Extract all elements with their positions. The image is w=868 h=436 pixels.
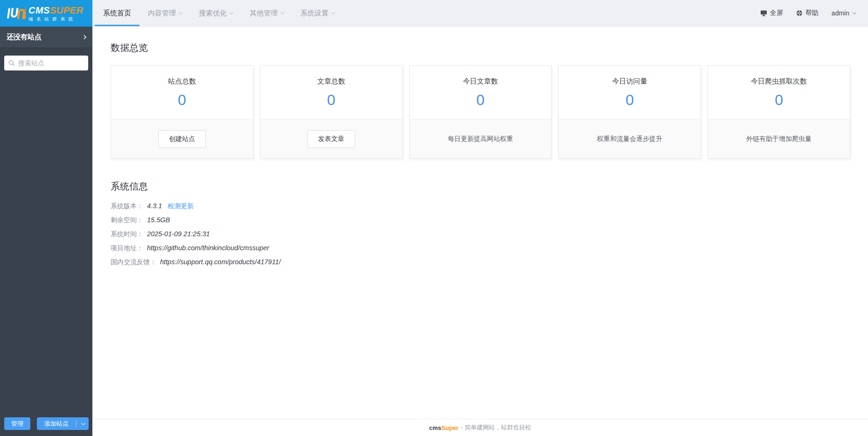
- footer-tagline: - 简单建网站，站群也轻松: [461, 423, 531, 432]
- card-note: 每日更新提高网站权重: [448, 135, 513, 143]
- tab-label: 其他管理: [250, 9, 278, 18]
- disk-space-value: 15.5GB: [147, 216, 170, 224]
- brand-cms: CMS: [28, 5, 50, 15]
- footer-brand-super: Super: [441, 424, 459, 431]
- card-bottom: 权重和流量会逐步提升: [559, 119, 700, 158]
- info-row-project: 项目地址： https://github.com/thinkincloud/cm…: [111, 244, 850, 252]
- nav-tabs: 系统首页 内容管理 搜索优化 其他管理 系统设置: [92, 0, 343, 26]
- card-title: 今日爬虫抓取次数: [708, 77, 850, 86]
- card-value: 0: [410, 91, 552, 109]
- page-content: 数据总览 站点总数 0 创建站点 文章总数 0: [92, 27, 868, 419]
- app-root: CMSSUPER 域 名 站 群 系 统 还没有站点 管理 添加站点: [0, 0, 868, 436]
- info-label: 系统时间：: [111, 230, 143, 238]
- stat-card-articles-today: 今日文章数 0 每日更新提高网站权重: [409, 65, 552, 159]
- info-label: 剩余空间：: [111, 216, 143, 224]
- brand-logo: CMSSUPER 域 名 站 群 系 统: [0, 0, 92, 27]
- card-bottom: 创建站点: [111, 119, 253, 158]
- card-title: 文章总数: [260, 77, 402, 86]
- card-top: 今日爬虫抓取次数 0: [708, 66, 850, 119]
- stat-card-visits-today: 今日访问量 0 权重和流量会逐步提升: [558, 65, 701, 159]
- site-search-box: [4, 56, 88, 70]
- tab-search-optimization[interactable]: 搜索优化: [190, 0, 241, 26]
- chevron-down-icon: [81, 421, 85, 425]
- tab-label: 内容管理: [148, 9, 176, 18]
- project-url-value: https://github.com/thinkincloud/cmssuper: [147, 244, 269, 252]
- card-top: 站点总数 0: [111, 66, 253, 119]
- card-value: 0: [559, 91, 700, 109]
- publish-article-button[interactable]: 发表文章: [308, 130, 355, 148]
- tab-system-home[interactable]: 系统首页: [95, 0, 140, 26]
- card-bottom: 外链有助于增加爬虫量: [708, 119, 850, 158]
- create-site-button[interactable]: 创建站点: [158, 130, 206, 148]
- stat-cards: 站点总数 0 创建站点 文章总数 0 发表文章: [111, 65, 850, 159]
- add-site-dropdown-toggle[interactable]: [77, 417, 89, 430]
- main-area: 系统首页 内容管理 搜索优化 其他管理 系统设置: [92, 0, 868, 436]
- fullscreen-label: 全屏: [770, 9, 783, 17]
- brand-super: SUPER: [50, 5, 83, 15]
- username: admin: [832, 9, 849, 17]
- info-label: 项目地址：: [111, 244, 143, 252]
- add-site-button[interactable]: 添加站点: [37, 417, 76, 430]
- info-row-disk: 剩余空间： 15.5GB: [111, 216, 850, 224]
- stat-card-crawler-today: 今日爬虫抓取次数 0 外链有助于增加爬虫量: [707, 65, 850, 159]
- feedback-url-value: https://support.qq.com/products/417911/: [160, 258, 280, 266]
- tab-system-settings[interactable]: 系统设置: [292, 0, 343, 26]
- info-row-feedback: 国内交流反馈： https://support.qq.com/products/…: [111, 258, 850, 266]
- info-row-time: 系统时间： 2025-01-09 21:25:31: [111, 230, 850, 238]
- topbar-right: 全屏 帮助 admin: [760, 0, 868, 26]
- card-bottom: 每日更新提高网站权重: [410, 119, 552, 158]
- system-info-title: 系统信息: [111, 180, 850, 193]
- help-label: 帮助: [805, 9, 819, 17]
- card-title: 今日访问量: [559, 77, 700, 86]
- add-site-split-button: 添加站点: [37, 417, 89, 430]
- no-sites-label: 还没有站点: [7, 33, 42, 42]
- brand-text: CMSSUPER 域 名 站 群 系 统: [28, 6, 83, 21]
- info-row-version: 系统版本： 4.3.1 检测更新: [111, 202, 850, 210]
- sidebar: CMSSUPER 域 名 站 群 系 统 还没有站点 管理 添加站点: [0, 0, 92, 436]
- manage-button[interactable]: 管理: [4, 417, 30, 430]
- chevron-right-icon: [82, 35, 87, 40]
- system-version-value: 4.3.1: [147, 202, 162, 210]
- card-note: 权重和流量会逐步提升: [597, 135, 662, 143]
- logo-mark-icon: [5, 5, 26, 22]
- chevron-down-icon: [331, 10, 335, 14]
- check-update-link[interactable]: 检测更新: [168, 202, 194, 210]
- card-note: 外链有助于增加爬虫量: [746, 135, 812, 143]
- sidebar-spacer: [0, 78, 92, 417]
- stat-card-sites-total: 站点总数 0 创建站点: [111, 65, 253, 159]
- card-top: 文章总数 0: [260, 66, 402, 119]
- system-info-section: 系统信息 系统版本： 4.3.1 检测更新 剩余空间： 15.5GB 系统时间：…: [111, 180, 850, 266]
- search-icon: [8, 60, 15, 66]
- site-search-input[interactable]: [18, 59, 84, 67]
- sidebar-no-sites-row[interactable]: 还没有站点: [0, 27, 92, 48]
- page-footer: cmsSuper - 简单建网站，站群也轻松: [92, 419, 868, 436]
- help-button[interactable]: 帮助: [796, 9, 819, 17]
- tab-label: 搜索优化: [199, 9, 227, 18]
- tab-other-management[interactable]: 其他管理: [241, 0, 292, 26]
- card-title: 站点总数: [111, 77, 253, 86]
- fullscreen-button[interactable]: 全屏: [760, 9, 783, 17]
- overview-title: 数据总览: [111, 42, 850, 54]
- fullscreen-icon: [760, 10, 767, 16]
- stat-card-articles-total: 文章总数 0 发表文章: [260, 65, 403, 159]
- tab-content-management[interactable]: 内容管理: [140, 0, 190, 26]
- card-top: 今日文章数 0: [410, 66, 552, 119]
- system-time-value: 2025-01-09 21:25:31: [147, 230, 210, 238]
- card-bottom: 发表文章: [260, 119, 402, 158]
- chevron-down-icon: [280, 10, 284, 14]
- top-navigation: 系统首页 内容管理 搜索优化 其他管理 系统设置: [92, 0, 868, 27]
- user-menu[interactable]: admin: [832, 9, 856, 17]
- info-label: 系统版本：: [111, 202, 143, 210]
- card-value: 0: [708, 91, 850, 109]
- card-value: 0: [111, 91, 253, 109]
- tab-label: 系统首页: [103, 9, 131, 18]
- help-icon: [796, 10, 803, 16]
- chevron-down-icon: [853, 10, 856, 14]
- chevron-down-icon: [230, 10, 233, 14]
- card-title: 今日文章数: [410, 77, 552, 86]
- footer-brand-cms: cms: [429, 424, 441, 431]
- info-label: 国内交流反馈：: [111, 258, 156, 266]
- card-value: 0: [260, 91, 402, 109]
- sidebar-actions: 管理 添加站点: [0, 417, 92, 436]
- tab-label: 系统设置: [301, 9, 329, 18]
